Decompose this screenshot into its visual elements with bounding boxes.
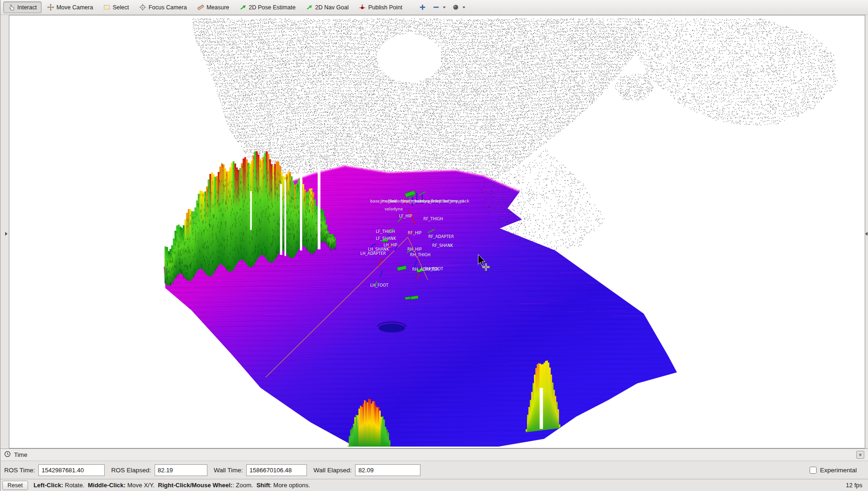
minus-icon: [433, 4, 440, 11]
tool-2d-nav-goal[interactable]: 2D Nav Goal: [301, 1, 354, 13]
main-area: basebase_inertiaimu_linkvelodyne_mountde…: [0, 15, 868, 448]
select-box-icon: [103, 4, 110, 11]
toolbar: Interact Move Camera Select Focus Camera: [0, 0, 868, 15]
plus-icon: [419, 4, 426, 11]
tool-label: Select: [113, 4, 129, 11]
add-tool-button[interactable]: [416, 1, 429, 13]
tool-label: 2D Pose Estimate: [249, 4, 296, 11]
wall-elapsed-label: Wall Elapsed:: [313, 467, 352, 474]
focus-crosshair-icon: [139, 4, 146, 11]
tool-properties-button[interactable]: [449, 1, 468, 13]
right-gutter: [865, 15, 868, 448]
goal-arrow-icon: [306, 4, 313, 11]
viewport: basebase_inertiaimu_linkvelodyne_mountde…: [9, 15, 865, 448]
tool-measure[interactable]: Measure: [192, 1, 234, 13]
left-panel-handle[interactable]: [5, 232, 7, 236]
wall-elapsed-input[interactable]: [355, 464, 420, 476]
time-panel-body: ROS Time: ROS Elapsed: Wall Time: Wall E…: [0, 461, 868, 479]
tool-select[interactable]: Select: [99, 1, 134, 13]
tool-label: 2D Nav Goal: [315, 4, 349, 11]
left-gutter: [0, 15, 9, 448]
ros-time-input[interactable]: [38, 464, 105, 476]
ros-elapsed-input[interactable]: [155, 464, 207, 476]
experimental-checkbox[interactable]: [810, 467, 817, 474]
tool-move-camera[interactable]: Move Camera: [43, 1, 98, 13]
tool-label: Publish Point: [368, 4, 402, 11]
time-panel: Time × ROS Time: ROS Elapsed: Wall Time:…: [0, 448, 868, 479]
tool-label: Measure: [206, 4, 229, 11]
tool-focus-camera[interactable]: Focus Camera: [135, 1, 192, 13]
experimental-option: Experimental: [810, 467, 857, 474]
ros-time-label: ROS Time:: [4, 467, 35, 474]
experimental-label: Experimental: [820, 467, 857, 474]
tool-publish-point[interactable]: Publish Point: [354, 1, 407, 13]
time-panel-title: Time: [14, 451, 27, 458]
rviz-window: Interact Move Camera Select Focus Camera: [0, 0, 868, 491]
tool-label: Interact: [17, 4, 37, 11]
ros-elapsed-label: ROS Elapsed:: [111, 467, 151, 474]
tool-label: Move Camera: [57, 4, 93, 11]
status-help: Left-Click: Rotate. Middle-Click: Move X…: [34, 482, 310, 489]
time-panel-header: Time ×: [0, 449, 868, 461]
tool-interact[interactable]: Interact: [3, 1, 42, 13]
wall-time-label: Wall Time:: [214, 467, 243, 474]
ruler-icon: [197, 4, 204, 11]
wall-time-field: Wall Time:: [214, 464, 307, 476]
wall-time-input[interactable]: [246, 464, 307, 476]
tool-2d-pose-estimate[interactable]: 2D Pose Estimate: [235, 1, 300, 13]
reset-button[interactable]: Reset: [2, 481, 28, 490]
status-bar: Reset Left-Click: Rotate. Middle-Click: …: [0, 479, 868, 491]
hand-icon: [8, 4, 15, 11]
move-icon: [47, 4, 54, 11]
publish-point-icon: [359, 4, 366, 11]
remove-tool-button[interactable]: [430, 1, 448, 13]
right-panel-handle[interactable]: [865, 232, 868, 236]
tool-label: Focus Camera: [149, 4, 187, 11]
pose-arrow-icon: [240, 4, 247, 11]
wall-elapsed-field: Wall Elapsed:: [313, 464, 420, 476]
chevron-down-icon: [462, 7, 465, 8]
close-time-panel-button[interactable]: ×: [856, 451, 864, 459]
sphere-icon: [452, 4, 459, 11]
scene-canvas[interactable]: [9, 15, 865, 448]
ros-elapsed-field: ROS Elapsed:: [111, 464, 207, 476]
clock-icon: [4, 451, 11, 459]
ros-time-field: ROS Time:: [4, 464, 105, 476]
chevron-down-icon: [443, 7, 446, 8]
fps-indicator: 12 fps: [846, 482, 866, 489]
